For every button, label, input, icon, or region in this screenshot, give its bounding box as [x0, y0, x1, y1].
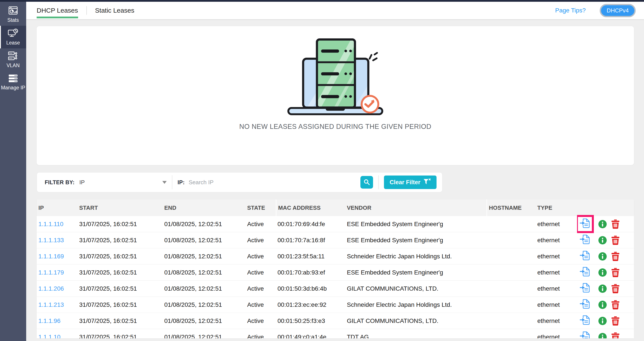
table-row: 1.1.1.169 31/07/2025, 16:02:51 01/08/202…: [37, 248, 634, 265]
mac-address-cell: 00:01:70:69:4d:fe: [276, 221, 345, 228]
export-lease-button[interactable]: [577, 247, 594, 265]
table-row: 1.1.1.213 31/07/2025, 16:02:51 01/08/202…: [37, 297, 634, 313]
export-lease-button[interactable]: [577, 231, 594, 249]
info-icon[interactable]: [598, 268, 607, 277]
search-button[interactable]: [360, 176, 373, 189]
lease-start-cell: 31/07/2025, 16:02:51: [78, 253, 162, 260]
lease-end-cell: 01/08/2025, 12:02:51: [162, 237, 246, 244]
export-lease-icon: [580, 332, 590, 339]
clear-filter-icon: [424, 178, 431, 186]
ip-link[interactable]: 1.1.1.169: [38, 253, 64, 260]
ip-link[interactable]: 1.1.1.96: [38, 318, 60, 324]
info-icon[interactable]: [598, 333, 607, 339]
ip-link[interactable]: 1.1.1.10: [38, 334, 60, 339]
export-lease-button[interactable]: [577, 280, 594, 298]
clear-filter-button[interactable]: Clear Filter: [384, 176, 436, 189]
export-lease-button[interactable]: [577, 312, 594, 330]
delete-icon[interactable]: [611, 284, 620, 293]
filter-bar: FILTER BY: IP IP: Clear Filter: [37, 172, 442, 192]
delete-icon[interactable]: [611, 268, 620, 277]
sidebar-item-manage-ip[interactable]: Manage IP: [0, 71, 26, 94]
lease-start-cell: 31/07/2025, 16:02:51: [78, 334, 162, 339]
clear-filter-label: Clear Filter: [390, 179, 420, 186]
search-wrap: [185, 179, 360, 186]
lease-state-cell: Active: [246, 334, 276, 339]
tab-bar: DHCP Leases Static Leases: [26, 2, 134, 19]
row-actions: [577, 312, 634, 330]
export-lease-icon: [580, 267, 590, 278]
ip-link[interactable]: 1.1.1.179: [38, 269, 64, 276]
sidebar-item-lease[interactable]: Lease: [0, 26, 26, 48]
column-header-state: STATE: [246, 200, 276, 216]
sidebar-item-label: Manage IP: [1, 85, 25, 91]
export-lease-icon: [580, 219, 590, 230]
lease-end-cell: 01/08/2025, 12:02:51: [162, 269, 246, 276]
vlan-icon: [8, 51, 18, 61]
ip-link[interactable]: 1.1.1.206: [38, 285, 64, 292]
leases-table: IP START END STATE MAC ADDRESS VENDOR HO…: [37, 200, 634, 339]
info-icon[interactable]: [598, 317, 607, 325]
lease-end-cell: 01/08/2025, 12:02:51: [162, 318, 246, 325]
table-body: 1.1.1.110 31/07/2025, 16:02:51 01/08/202…: [37, 216, 634, 339]
info-icon[interactable]: [598, 301, 607, 309]
stats-icon: [8, 6, 18, 15]
table-row: 1.1.1.110 31/07/2025, 16:02:51 01/08/202…: [37, 216, 634, 232]
divider: [172, 175, 172, 189]
lease-start-cell: 31/07/2025, 16:02:51: [78, 221, 162, 228]
column-header-type: TYPE: [536, 200, 577, 216]
dhcp-version-button[interactable]: DHCPv4: [600, 4, 636, 17]
tab-static-leases[interactable]: Static Leases: [95, 2, 134, 19]
delete-icon[interactable]: [611, 220, 620, 229]
table-row: 1.1.1.179 31/07/2025, 16:02:51 01/08/202…: [37, 265, 634, 281]
lease-state-cell: Active: [246, 269, 276, 276]
info-icon[interactable]: [598, 236, 607, 245]
export-lease-icon: [580, 235, 590, 246]
delete-icon[interactable]: [611, 252, 620, 261]
tab-dhcp-leases[interactable]: DHCP Leases: [37, 2, 78, 19]
ip-link[interactable]: 1.1.1.110: [38, 221, 64, 227]
delete-icon[interactable]: [611, 300, 620, 309]
main-content: NO NEW LEASES ASSIGNED DURING THE GIVEN …: [26, 19, 644, 341]
delete-icon[interactable]: [611, 236, 620, 245]
delete-icon[interactable]: [611, 333, 620, 339]
empty-state-card: NO NEW LEASES ASSIGNED DURING THE GIVEN …: [37, 26, 634, 165]
sidebar-item-vlan[interactable]: VLAN: [0, 48, 26, 71]
chevron-down-icon: [162, 181, 167, 184]
table-header: IP START END STATE MAC ADDRESS VENDOR HO…: [37, 200, 634, 216]
sidebar-item-label: Stats: [8, 17, 19, 23]
info-icon[interactable]: [598, 284, 607, 293]
ip-link[interactable]: 1.1.1.213: [38, 301, 64, 308]
vendor-cell: TDT AG: [345, 334, 486, 339]
info-icon[interactable]: [598, 252, 607, 261]
vendor-cell: ESE Embedded System Engineer'g: [345, 237, 486, 244]
column-header-end: END: [162, 200, 246, 216]
export-lease-button[interactable]: [577, 296, 594, 314]
vendor-cell: ESE Embedded System Engineer'g: [345, 269, 486, 276]
sidebar-item-label: Lease: [6, 40, 20, 46]
row-actions: [577, 280, 634, 298]
info-icon[interactable]: [598, 220, 607, 229]
sidebar-item-stats[interactable]: Stats: [0, 3, 26, 26]
lease-end-cell: 01/08/2025, 12:02:51: [162, 285, 246, 292]
export-lease-icon: [580, 315, 590, 327]
export-lease-button[interactable]: [577, 215, 594, 233]
filter-by-dropdown[interactable]: IP: [80, 179, 167, 186]
mac-address-cell: 00:01:23:ec:ee:92: [276, 301, 345, 308]
empty-state-message: NO NEW LEASES ASSIGNED DURING THE GIVEN …: [239, 123, 431, 131]
search-icon: [363, 179, 370, 186]
column-header-ip: IP: [37, 200, 78, 216]
lease-end-cell: 01/08/2025, 12:02:51: [162, 301, 246, 308]
vendor-cell: Schneider Electric Japan Holdings Ltd.: [345, 253, 486, 260]
delete-icon[interactable]: [611, 316, 620, 326]
export-lease-button[interactable]: [577, 263, 594, 282]
vendor-cell: Schneider Electric Japan Holdings Ltd.: [345, 301, 486, 308]
export-lease-button[interactable]: [577, 328, 594, 339]
lease-start-cell: 31/07/2025, 16:02:51: [78, 318, 162, 325]
page-tips-link[interactable]: Page Tips?: [555, 7, 586, 14]
empty-state-illustration: [285, 35, 386, 119]
ip-link[interactable]: 1.1.1.133: [38, 237, 64, 244]
mac-address-cell: 00:01:50:3d:b6:4b: [276, 285, 345, 292]
tab-label: DHCP Leases: [37, 7, 78, 14]
sidebar: Stats Lease: [0, 2, 26, 341]
search-ip-input[interactable]: [189, 179, 360, 186]
